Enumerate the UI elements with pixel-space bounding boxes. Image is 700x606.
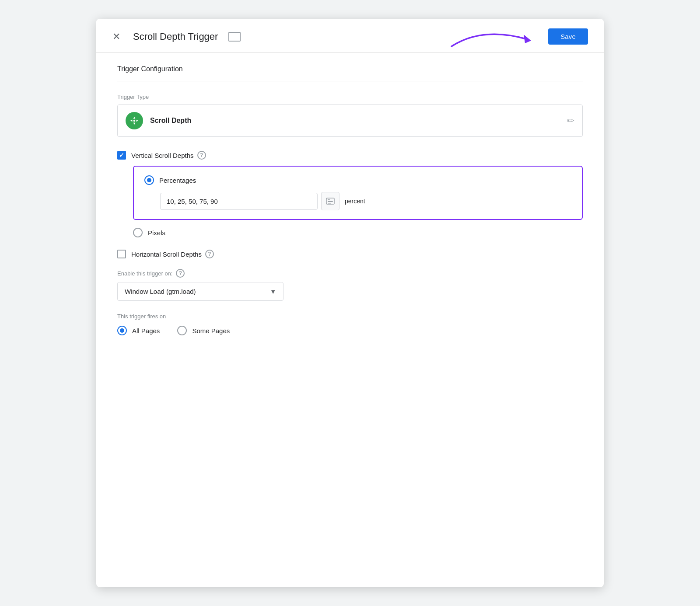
trigger-type-label: Trigger Type (117, 94, 583, 100)
pixels-radio[interactable] (133, 228, 143, 237)
dropdown-arrow-icon: ▼ (270, 288, 276, 295)
vertical-scroll-checkbox[interactable]: ✓ (117, 151, 126, 160)
all-pages-row: All Pages (117, 326, 160, 335)
percent-suffix: percent (345, 198, 365, 205)
svg-rect-5 (328, 203, 331, 204)
horizontal-scroll-label: Horizontal Scroll Depths ? (131, 250, 214, 258)
edit-icon[interactable]: ✏ (567, 115, 574, 126)
save-button[interactable]: Save (548, 28, 588, 45)
pixels-label: Pixels (148, 229, 165, 237)
percentage-input-row: percent (160, 192, 571, 210)
dropdown-value: Window Load (gtm.load) (125, 288, 196, 295)
svg-rect-4 (328, 201, 333, 202)
panel: ✕ Scroll Depth Trigger Save Trigger Conf… (96, 19, 604, 587)
variable-button[interactable] (321, 192, 340, 210)
svg-point-1 (133, 120, 136, 122)
horizontal-help-icon[interactable]: ? (205, 250, 214, 258)
scroll-depth-icon (126, 112, 143, 129)
vertical-scroll-row: ✓ Vertical Scroll Depths ? (117, 151, 583, 160)
trigger-type-box: Scroll Depth ✏ (117, 104, 583, 137)
horizontal-scroll-checkbox[interactable] (117, 250, 126, 258)
pixels-row: Pixels (133, 228, 583, 237)
page-title: Scroll Depth Trigger (133, 31, 218, 42)
percentages-radio-row: Percentages (144, 175, 571, 185)
variable-icon (326, 198, 335, 205)
header-left: ✕ Scroll Depth Trigger (108, 29, 241, 45)
percentages-highlight-box: Percentages percent (133, 166, 583, 220)
trigger-type-name: Scroll Depth (150, 117, 191, 125)
enable-trigger-dropdown[interactable]: Window Load (gtm.load) ▼ (117, 282, 284, 301)
pixels-radio-row: Pixels (133, 228, 583, 237)
body-section: Trigger Configuration Trigger Type Scrol… (96, 53, 604, 342)
all-pages-radio-inner (120, 328, 124, 333)
all-pages-radio[interactable] (117, 326, 127, 335)
some-pages-label: Some Pages (192, 327, 230, 334)
scroll-svg (130, 116, 139, 125)
vertical-scroll-label: Vertical Scroll Depths ? (131, 151, 206, 160)
horizontal-scroll-row: Horizontal Scroll Depths ? (117, 250, 583, 258)
vertical-help-icon[interactable]: ? (197, 151, 206, 160)
percentages-label: Percentages (159, 177, 196, 184)
some-pages-radio[interactable] (177, 326, 187, 335)
checkmark: ✓ (119, 152, 124, 159)
fires-options: All Pages Some Pages (117, 326, 583, 342)
all-pages-label: All Pages (132, 327, 160, 334)
enable-help-icon[interactable]: ? (176, 269, 185, 278)
section-title: Trigger Configuration (117, 65, 583, 73)
window-icon (228, 32, 241, 42)
percentage-input[interactable] (160, 193, 318, 210)
close-button[interactable]: ✕ (108, 29, 124, 45)
svg-rect-3 (328, 199, 330, 200)
trigger-type-left: Scroll Depth (126, 112, 191, 129)
header: ✕ Scroll Depth Trigger Save (96, 19, 604, 53)
some-pages-row: Some Pages (177, 326, 230, 335)
percentages-radio[interactable] (144, 175, 154, 185)
radio-inner (147, 178, 151, 182)
fires-on-label: This trigger fires on (117, 313, 583, 320)
enable-trigger-label: Enable this trigger on: ? (117, 269, 583, 278)
divider (117, 81, 583, 81)
